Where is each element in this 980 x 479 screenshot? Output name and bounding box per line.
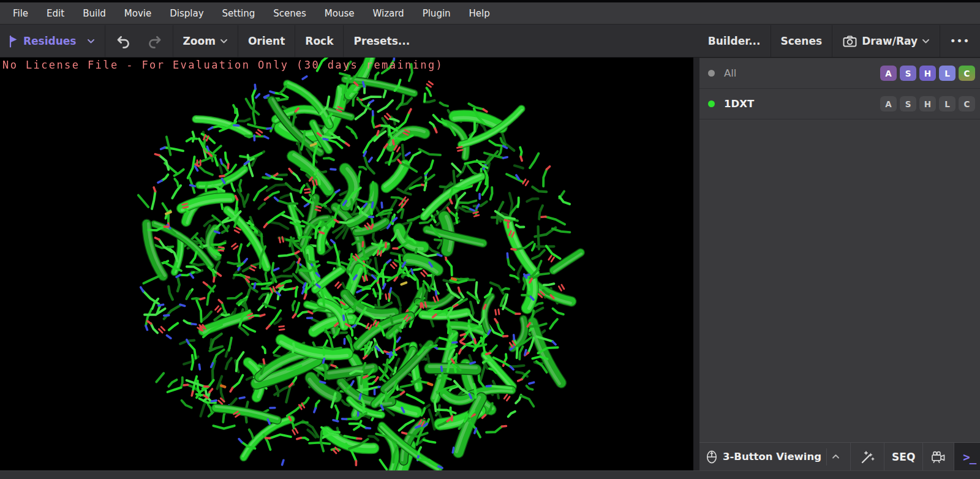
chevron-down-icon <box>922 39 930 44</box>
more-menu-button[interactable]: ••• <box>950 36 970 46</box>
flag-icon <box>7 35 19 48</box>
menu-item-setting[interactable]: Setting <box>213 2 265 25</box>
magic-wand-button[interactable] <box>851 443 884 470</box>
mouse-icon <box>706 449 718 464</box>
scenes-button[interactable]: Scenes <box>781 35 823 47</box>
draw-ray-button[interactable]: Draw/Ray <box>842 34 930 48</box>
terminal-toggle-button[interactable]: >_ <box>954 443 980 470</box>
menu-item-display[interactable]: Display <box>160 2 213 25</box>
action-button-l-1dxt[interactable]: L <box>939 96 956 111</box>
mouse-mode-caret[interactable] <box>826 448 844 466</box>
magic-wand-icon <box>859 449 875 465</box>
builder-button[interactable]: Builder... <box>708 35 761 47</box>
menubar: FileEditBuildMovieDisplaySettingScenesMo… <box>0 2 980 25</box>
viewport: No License File - For Evaluation Only (3… <box>0 58 693 470</box>
seq-toggle-button[interactable]: SEQ <box>884 443 923 470</box>
undo-button[interactable] <box>115 33 132 50</box>
selection-mode-label: Residues <box>23 35 77 47</box>
action-button-c-1dxt[interactable]: C <box>959 96 975 111</box>
window-bottom-edge <box>0 470 980 479</box>
redo-button[interactable] <box>146 33 163 50</box>
camera-icon <box>842 34 858 48</box>
toolbar: Residues Zoom <box>0 25 980 58</box>
menu-item-scenes[interactable]: Scenes <box>264 2 315 25</box>
action-button-l-all[interactable]: L <box>939 66 956 81</box>
action-button-s-all[interactable]: S <box>900 66 916 81</box>
action-button-c-all[interactable]: C <box>959 66 975 81</box>
menu-item-help[interactable]: Help <box>460 2 499 25</box>
presets-button[interactable]: Presets... <box>353 35 410 47</box>
orient-button[interactable]: Orient <box>248 35 285 47</box>
menu-item-file[interactable]: File <box>4 2 37 25</box>
draw-ray-label: Draw/Ray <box>862 35 918 47</box>
menu-item-edit[interactable]: Edit <box>37 2 74 25</box>
action-button-h-1dxt[interactable]: H <box>919 96 936 111</box>
object-panel: AllASHLC1DXTASHLC 3-Button Viewing <box>699 58 980 470</box>
pymol-window: FileEditBuildMovieDisplaySettingScenesMo… <box>0 0 980 479</box>
menu-item-movie[interactable]: Movie <box>115 2 160 25</box>
chevron-down-icon <box>87 39 95 44</box>
object-rows: AllASHLC1DXTASHLC <box>699 58 980 119</box>
object-row-all: AllASHLC <box>699 58 980 89</box>
license-banner: No License File - For Evaluation Only (3… <box>2 59 443 71</box>
object-name-all[interactable]: All <box>724 67 736 79</box>
object-row-1dxt: 1DXTASHLC <box>699 89 980 119</box>
seq-label: SEQ <box>892 451 915 463</box>
zoom-label: Zoom <box>183 35 216 47</box>
movie-camera-button[interactable] <box>923 443 954 470</box>
menu-item-build[interactable]: Build <box>74 2 115 25</box>
rock-button[interactable]: Rock <box>305 35 333 47</box>
zoom-button[interactable]: Zoom <box>183 35 228 47</box>
action-button-a-1dxt[interactable]: A <box>880 96 897 111</box>
menu-item-wizard[interactable]: Wizard <box>363 2 413 25</box>
object-visibility-dot[interactable] <box>708 100 715 107</box>
mouse-mode-button[interactable]: 3-Button Viewing <box>699 443 851 470</box>
selection-mode-button[interactable]: Residues <box>7 35 95 48</box>
action-button-h-all[interactable]: H <box>919 66 936 81</box>
movie-camera-icon <box>930 450 946 464</box>
action-button-s-1dxt[interactable]: S <box>900 96 916 111</box>
menu-item-plugin[interactable]: Plugin <box>413 2 460 25</box>
panel-gutter <box>693 58 699 470</box>
object-name-1dxt[interactable]: 1DXT <box>724 98 754 110</box>
action-button-a-all[interactable]: A <box>880 66 897 81</box>
terminal-prompt-icon: >_ <box>963 450 976 464</box>
chevron-down-icon <box>220 39 228 44</box>
statusbar: 3-Button Viewing <box>699 442 980 470</box>
menu-item-mouse[interactable]: Mouse <box>315 2 364 25</box>
object-visibility-dot[interactable] <box>708 70 715 77</box>
mouse-mode-label: 3-Button Viewing <box>723 451 821 462</box>
molecule-canvas[interactable] <box>0 58 693 470</box>
